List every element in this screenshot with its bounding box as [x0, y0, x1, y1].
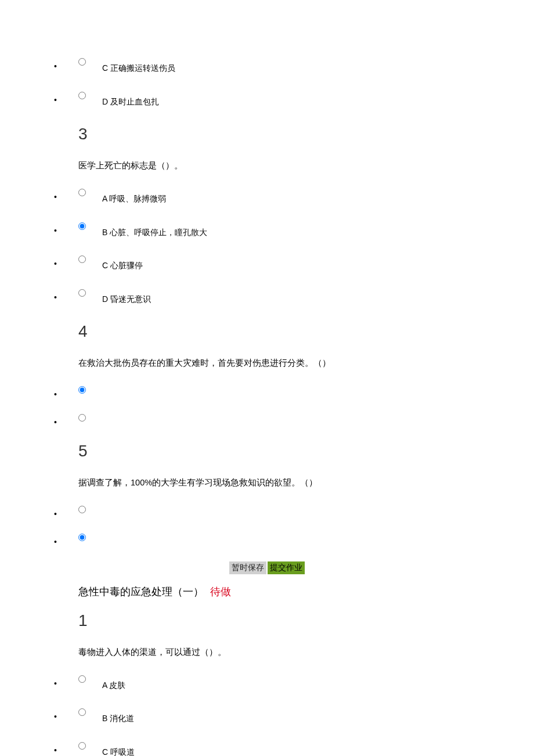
question-text: 据调查了解，100%的大学生有学习现场急救知识的欲望。（） [78, 477, 534, 489]
save-button[interactable]: 暂时保存 [229, 561, 266, 574]
radio-input[interactable] [78, 506, 86, 513]
section-title: 急性中毒的应急处理（一） 待做 [78, 585, 534, 599]
question-text: 毒物进入人体的渠道，可以通过（）。 [78, 646, 534, 659]
radio-input[interactable] [78, 534, 86, 541]
option-text: B 心脏、呼吸停止，瞳孔散大 [102, 222, 207, 239]
radio-input[interactable] [78, 742, 86, 750]
option-item: A 呼吸、脉搏微弱 [78, 189, 534, 205]
question-number: 4 [78, 322, 534, 341]
option-item: B 心脏、呼吸停止，瞳孔散大 [78, 222, 534, 239]
option-item [78, 414, 534, 424]
section-title-text: 急性中毒的应急处理（一） [78, 586, 204, 597]
radio-input[interactable] [78, 255, 86, 263]
option-text: B 消化道 [102, 708, 134, 725]
option-text: C 心脏骤停 [102, 255, 143, 272]
option-item [78, 506, 534, 516]
option-text: D 及时止血包扎 [102, 92, 159, 108]
option-item: D 昏迷无意识 [78, 289, 534, 305]
option-text: C 呼吸道 [102, 742, 135, 756]
question-number: 5 [78, 442, 534, 460]
option-item: C 呼吸道 [78, 742, 534, 756]
radio-input[interactable] [78, 92, 86, 99]
option-text: C 正确搬运转送伤员 [102, 58, 175, 74]
button-row: 暂时保存提交作业 [78, 561, 534, 574]
option-text: A 呼吸、脉搏微弱 [102, 189, 166, 205]
option-item: A 皮肤 [78, 675, 534, 692]
question-text: 医学上死亡的标志是（）。 [78, 160, 534, 172]
radio-input[interactable] [78, 289, 86, 297]
option-item: C 心脏骤停 [78, 255, 534, 272]
radio-input[interactable] [78, 675, 86, 683]
q5-options [78, 506, 534, 544]
option-text: A 皮肤 [102, 675, 125, 692]
radio-input[interactable] [78, 708, 86, 716]
option-item [78, 386, 534, 397]
option-item: C 正确搬运转送伤员 [78, 58, 534, 74]
option-item: B 消化道 [78, 708, 534, 725]
q1-sec2-options: A 皮肤 B 消化道 C 呼吸道 [78, 675, 534, 756]
quiz-content: C 正确搬运转送伤员 D 及时止血包扎 3 医学上死亡的标志是（）。 A 呼吸、… [0, 58, 534, 756]
submit-button[interactable]: 提交作业 [268, 561, 305, 574]
partial-options: C 正确搬运转送伤员 D 及时止血包扎 [78, 58, 534, 107]
question-text: 在救治大批伤员存在的重大灾难时，首先要对伤患进行分类。（） [78, 357, 534, 370]
option-item: D 及时止血包扎 [78, 92, 534, 108]
question-number: 3 [78, 125, 534, 143]
q4-options [78, 386, 534, 424]
question-number: 1 [78, 611, 534, 630]
option-item [78, 534, 534, 544]
option-text: D 昏迷无意识 [102, 289, 151, 305]
radio-input[interactable] [78, 189, 86, 196]
radio-input[interactable] [78, 58, 86, 66]
radio-input[interactable] [78, 222, 86, 230]
q3-options: A 呼吸、脉搏微弱 B 心脏、呼吸停止，瞳孔散大 C 心脏骤停 D 昏迷无意识 [78, 189, 534, 305]
status-badge: 待做 [210, 586, 231, 597]
radio-input[interactable] [78, 414, 86, 422]
radio-input[interactable] [78, 386, 86, 394]
